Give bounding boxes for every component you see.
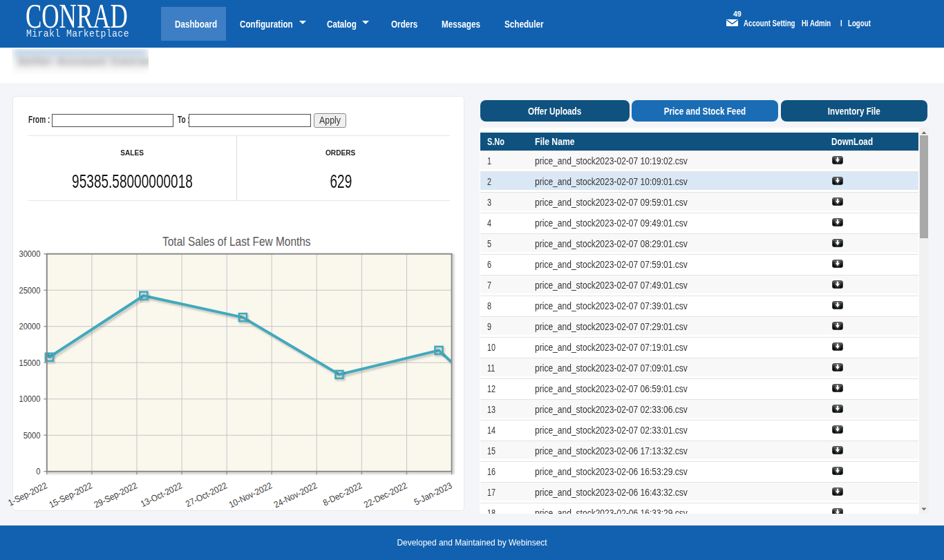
svg-text:5000: 5000 bbox=[23, 430, 41, 441]
svg-text:10-Nov-2022: 10-Nov-2022 bbox=[227, 481, 274, 510]
svg-text:29-Sep-2022: 29-Sep-2022 bbox=[93, 481, 139, 510]
svg-text:8-Dec-2022: 8-Dec-2022 bbox=[321, 481, 364, 508]
svg-text:10000: 10000 bbox=[19, 394, 40, 405]
svg-text:22-Dec-2022: 22-Dec-2022 bbox=[362, 481, 408, 510]
svg-text:27-Oct-2022: 27-Oct-2022 bbox=[184, 481, 229, 510]
svg-text:30000: 30000 bbox=[19, 249, 40, 260]
svg-text:15-Sep-2022: 15-Sep-2022 bbox=[48, 481, 94, 510]
svg-text:Total Sales of Last Few Months: Total Sales of Last Few Months bbox=[162, 234, 311, 249]
svg-text:1-Sep-2022: 1-Sep-2022 bbox=[6, 481, 48, 508]
svg-text:20000: 20000 bbox=[19, 322, 40, 332]
svg-text:5-Jan-2023: 5-Jan-2023 bbox=[413, 481, 454, 508]
svg-text:25000: 25000 bbox=[19, 285, 40, 296]
svg-text:15000: 15000 bbox=[19, 358, 40, 368]
svg-text:13-Oct-2022: 13-Oct-2022 bbox=[139, 481, 184, 510]
svg-text:24-Nov-2022: 24-Nov-2022 bbox=[272, 481, 319, 510]
svg-text:0: 0 bbox=[36, 467, 40, 477]
